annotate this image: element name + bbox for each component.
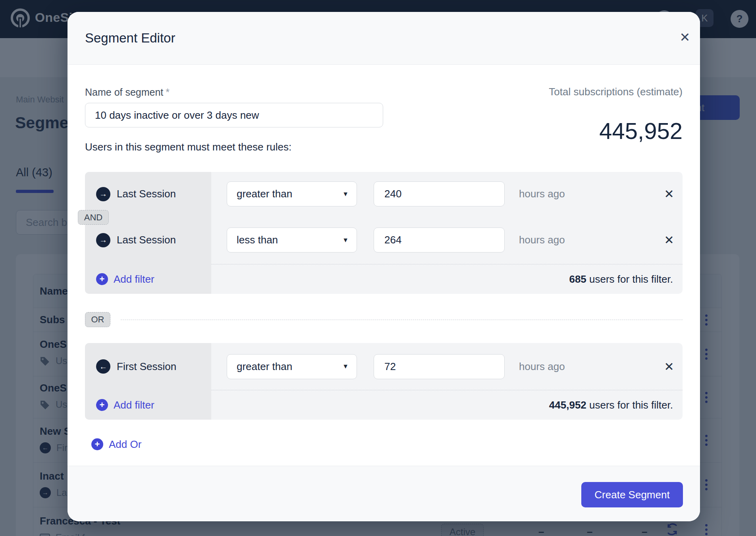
modal-header: Segment Editor — [68, 12, 700, 65]
total-subscriptions-value: 445,952 — [599, 118, 683, 144]
first-session-icon: ← — [96, 359, 110, 374]
remove-filter-icon[interactable]: ✕ — [660, 185, 679, 204]
chevron-down-icon: ▼ — [342, 363, 349, 370]
filter-value-input[interactable] — [374, 181, 505, 206]
screen: OneSignal K ? Main Websit Segmen All (43… — [0, 0, 756, 536]
filter-unit-label: hours ago — [519, 234, 565, 246]
close-icon[interactable]: ✕ — [675, 28, 694, 47]
modal-footer: Create Segment — [68, 466, 700, 521]
add-or-button[interactable]: + Add Or — [85, 438, 141, 451]
or-separator: OR — [85, 312, 683, 327]
create-segment-button[interactable]: Create Segment — [581, 482, 683, 507]
required-mark: * — [166, 87, 170, 98]
filter-user-count: 685 users for this filter. — [569, 273, 683, 285]
plus-circle-icon: + — [96, 273, 108, 285]
segment-editor-modal: Segment Editor ✕ Name of segment* Total … — [68, 12, 700, 521]
and-joiner-badge: AND — [78, 210, 109, 225]
comparator-select[interactable]: greater than ▼ — [227, 354, 357, 379]
last-session-icon: → — [96, 233, 110, 247]
filter-group-card: ← First Session greater than ▼ hours ago… — [85, 343, 683, 420]
comparator-select[interactable]: greater than ▼ — [227, 181, 357, 206]
last-session-icon: → — [96, 187, 110, 201]
remove-filter-icon[interactable]: ✕ — [660, 231, 679, 250]
total-subscriptions-label: Total subscriptions (estimate) — [549, 86, 683, 98]
name-of-segment-label: Name of segment* — [85, 87, 170, 98]
filter-row: → Last Session less than ▼ hours ago ✕ — [85, 216, 683, 264]
chevron-down-icon: ▼ — [342, 237, 349, 244]
rules-instruction-text: Users in this segment must meet these ru… — [85, 141, 683, 153]
plus-circle-icon: + — [96, 399, 108, 411]
or-badge: OR — [85, 312, 110, 327]
filter-row: → Last Session greater than ▼ hours ago … — [85, 172, 683, 216]
filter-group-card: AND → Last Session greater than ▼ hours … — [85, 172, 683, 294]
filter-row: ← First Session greater than ▼ hours ago… — [85, 343, 683, 390]
add-filter-row: + Add filter 685 users for this filter. — [85, 264, 683, 294]
segment-name-input[interactable] — [85, 103, 383, 127]
filter-value-input[interactable] — [374, 354, 505, 379]
filter-field: ← First Session — [85, 343, 211, 390]
or-dashed-line — [121, 320, 683, 320]
filter-value-input[interactable] — [374, 228, 505, 253]
modal-body: Name of segment* Total subscriptions (es… — [68, 86, 700, 459]
filter-unit-label: hours ago — [519, 361, 565, 373]
filter-field: → Last Session — [85, 172, 211, 216]
filter-user-count: 445,952 users for this filter. — [549, 399, 683, 411]
add-filter-row: + Add filter 445,952 users for this filt… — [85, 390, 683, 420]
add-or-row: + Add Or — [85, 430, 683, 459]
comparator-select[interactable]: less than ▼ — [227, 228, 357, 253]
add-filter-button[interactable]: + Add filter — [85, 273, 154, 285]
chevron-down-icon: ▼ — [342, 191, 349, 198]
add-filter-button[interactable]: + Add filter — [85, 399, 154, 411]
remove-filter-icon[interactable]: ✕ — [660, 357, 679, 376]
modal-title: Segment Editor — [85, 31, 175, 46]
plus-circle-icon: + — [91, 438, 103, 450]
filter-unit-label: hours ago — [519, 188, 565, 200]
